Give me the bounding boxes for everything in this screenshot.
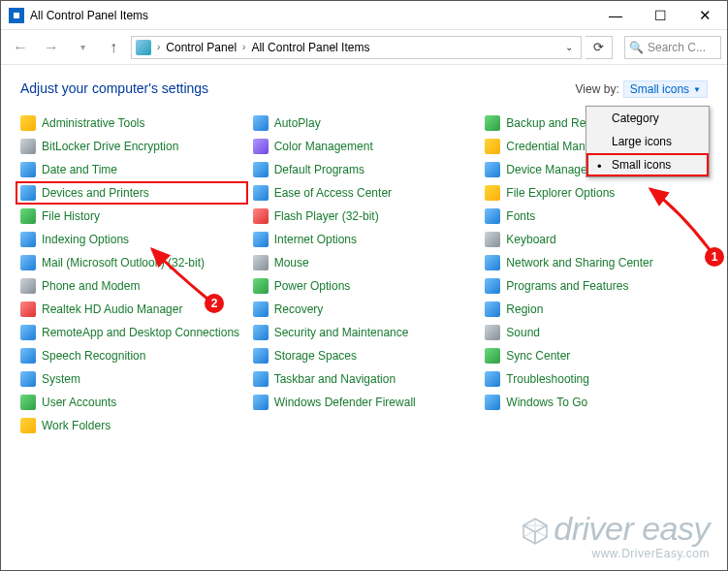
cp-item-administrative-tools[interactable]: Administrative Tools	[20, 115, 243, 131]
flag-icon	[253, 325, 269, 340]
fonts-icon	[485, 208, 500, 224]
search-placeholder: Search C...	[648, 41, 706, 54]
menu-item-large-icons[interactable]: Large icons	[586, 130, 709, 153]
lock-icon	[20, 139, 36, 154]
remote-icon	[20, 325, 36, 340]
recovery-icon	[253, 301, 269, 317]
backup-icon	[485, 115, 500, 131]
region-icon	[485, 301, 500, 317]
annotation-badge-2: 2	[205, 294, 224, 313]
cp-item-work-folders[interactable]: Work Folders	[20, 418, 243, 433]
refresh-button[interactable]: ⟳	[586, 36, 613, 59]
search-input[interactable]: 🔍 Search C...	[624, 36, 721, 59]
cp-item-sound[interactable]: Sound	[485, 325, 708, 340]
power-icon	[253, 278, 269, 294]
view-by-dropdown[interactable]: Small icons ▼	[623, 80, 708, 98]
cp-item-taskbar[interactable]: Taskbar and Navigation	[253, 371, 476, 387]
cp-item-firewall[interactable]: Windows Defender Firewall	[253, 395, 476, 410]
device-icon	[485, 162, 500, 177]
cp-item-keyboard[interactable]: Keyboard	[485, 232, 708, 247]
cp-item-indexing[interactable]: Indexing Options	[20, 232, 243, 247]
cp-item-storage-spaces[interactable]: Storage Spaces	[253, 348, 476, 364]
cp-item-remoteapp[interactable]: RemoteApp and Desktop Connections	[20, 325, 243, 340]
maximize-button[interactable]: ☐	[638, 1, 682, 30]
accessibility-icon	[253, 185, 269, 201]
cp-item-security-maintenance[interactable]: Security and Maintenance	[253, 325, 476, 340]
microphone-icon	[20, 348, 36, 364]
autoplay-icon	[253, 115, 269, 131]
recent-locations-button[interactable]: ▾	[69, 34, 96, 61]
view-by-menu: Category Large icons Small icons	[586, 106, 710, 177]
cp-item-sync-center[interactable]: Sync Center	[485, 348, 708, 364]
annotation-badge-1: 1	[705, 247, 724, 267]
cp-item-system[interactable]: System	[20, 371, 243, 387]
view-by-current: Small icons	[630, 82, 689, 96]
minimize-button[interactable]: —	[593, 1, 638, 30]
cp-item-internet-options[interactable]: Internet Options	[253, 232, 476, 247]
up-button[interactable]: ↑	[100, 34, 127, 61]
breadcrumb-segment[interactable]: Control Panel	[166, 41, 237, 54]
cp-item-troubleshooting[interactable]: Troubleshooting	[485, 371, 708, 387]
cp-item-programs-features[interactable]: Programs and Features	[485, 278, 708, 294]
keyboard-icon	[485, 232, 500, 247]
grid-column: AutoPlay Color Management Default Progra…	[253, 115, 476, 433]
cp-item-date-time[interactable]: Date and Time	[20, 162, 243, 177]
taskbar-icon	[253, 371, 269, 387]
cp-item-fonts[interactable]: Fonts	[485, 208, 708, 224]
cp-item-file-history[interactable]: File History	[20, 208, 243, 224]
search-icon: 🔍	[629, 41, 644, 54]
cp-item-ease-of-access[interactable]: Ease of Access Center	[253, 185, 476, 201]
control-panel-icon	[136, 40, 151, 55]
cp-item-flash-player[interactable]: Flash Player (32-bit)	[253, 208, 476, 224]
cp-item-devices-printers[interactable]: Devices and Printers	[18, 184, 245, 202]
cp-item-windows-to-go[interactable]: Windows To Go	[485, 395, 708, 410]
breadcrumb-segment[interactable]: All Control Panel Items	[251, 41, 369, 54]
forward-button[interactable]: →	[38, 34, 65, 61]
cp-item-speech[interactable]: Speech Recognition	[20, 348, 243, 364]
view-by-control: View by: Small icons ▼	[576, 80, 708, 98]
programs-icon	[253, 162, 269, 177]
clock-icon	[20, 162, 36, 177]
cp-item-file-explorer-options[interactable]: File Explorer Options	[485, 185, 708, 201]
folder-icon	[20, 418, 36, 433]
chevron-down-icon: ▼	[693, 85, 701, 94]
chevron-right-icon[interactable]: ›	[240, 42, 247, 52]
flash-icon	[253, 208, 269, 224]
mouse-icon	[253, 255, 269, 270]
sound-icon	[485, 325, 500, 340]
cp-item-recovery[interactable]: Recovery	[253, 301, 476, 317]
printer-icon	[20, 185, 36, 201]
cp-item-phone-modem[interactable]: Phone and Modem	[20, 278, 243, 294]
system-icon	[20, 371, 36, 387]
cp-item-default-programs[interactable]: Default Programs	[253, 162, 476, 177]
storage-icon	[253, 348, 269, 364]
menu-item-category[interactable]: Category	[586, 107, 709, 130]
windows-to-go-icon	[485, 395, 500, 410]
search-index-icon	[20, 232, 36, 247]
toolbar: ← → ▾ ↑ › Control Panel › All Control Pa…	[1, 30, 727, 65]
address-dropdown-icon[interactable]: ⌄	[561, 42, 577, 52]
window-controls: — ☐ ✕	[593, 1, 727, 30]
page-title: Adjust your computer's settings	[20, 80, 208, 96]
globe-icon	[253, 232, 269, 247]
cp-item-network-sharing[interactable]: Network and Sharing Center	[485, 255, 708, 270]
title-bar: All Control Panel Items — ☐ ✕	[1, 1, 727, 30]
cp-item-user-accounts[interactable]: User Accounts	[20, 395, 243, 410]
cp-item-autoplay[interactable]: AutoPlay	[253, 115, 476, 131]
mail-icon	[20, 255, 36, 270]
menu-item-small-icons[interactable]: Small icons	[586, 153, 709, 176]
color-icon	[253, 139, 269, 154]
cp-item-color-management[interactable]: Color Management	[253, 139, 476, 154]
folder-options-icon	[485, 185, 500, 201]
cp-item-power-options[interactable]: Power Options	[253, 278, 476, 294]
cp-item-mail[interactable]: Mail (Microsoft Outlook) (32-bit)	[20, 255, 243, 270]
close-button[interactable]: ✕	[682, 1, 727, 30]
address-bar[interactable]: › Control Panel › All Control Panel Item…	[131, 36, 582, 59]
cp-item-bitlocker[interactable]: BitLocker Drive Encryption	[20, 139, 243, 154]
chevron-right-icon[interactable]: ›	[155, 42, 162, 52]
page-heading-row: Adjust your computer's settings View by:…	[20, 80, 708, 98]
shield-icon	[253, 395, 269, 410]
cp-item-mouse[interactable]: Mouse	[253, 255, 476, 270]
back-button[interactable]: ←	[7, 34, 34, 61]
cp-item-region[interactable]: Region	[485, 301, 708, 317]
